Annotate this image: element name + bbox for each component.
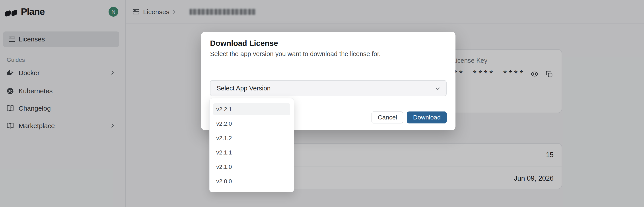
app-version-select[interactable]: Select App Version bbox=[210, 80, 446, 96]
dropdown-option[interactable]: v2.0.0 bbox=[213, 175, 290, 187]
modal-title: Download License bbox=[210, 39, 278, 48]
dropdown-option[interactable]: v2.1.2 bbox=[213, 132, 290, 144]
download-button[interactable]: Download bbox=[407, 112, 446, 124]
dropdown-option[interactable]: v2.1.0 bbox=[213, 161, 290, 173]
select-placeholder: Select App Version bbox=[217, 85, 270, 92]
dropdown-option[interactable]: v2.2.1 bbox=[213, 103, 290, 115]
cancel-button[interactable]: Cancel bbox=[372, 112, 403, 124]
modal-subtitle: Select the app version you want to downl… bbox=[210, 50, 381, 58]
chevron-down-icon bbox=[435, 86, 441, 92]
app-version-dropdown: v2.2.1 v2.2.0 v2.1.2 v2.1.1 v2.1.0 v2.0.… bbox=[209, 98, 294, 192]
dropdown-option[interactable]: v2.2.0 bbox=[213, 118, 290, 130]
dropdown-option[interactable]: v2.1.1 bbox=[213, 146, 290, 158]
